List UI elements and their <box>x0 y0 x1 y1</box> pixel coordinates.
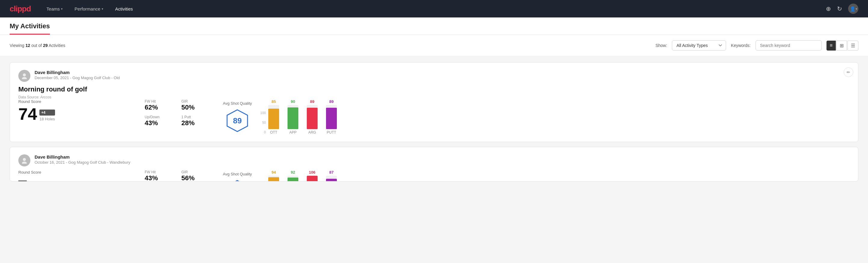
round-score-section: Round Score — <box>18 170 133 181</box>
player-date: December 05, 2021 - Gog Magog Golf Club … <box>35 76 120 80</box>
stat-label: GIR <box>181 170 211 174</box>
score-main: 74 +4 18 Holes <box>18 106 133 122</box>
bar-value: 85 <box>272 99 276 104</box>
bar-fill <box>268 177 279 181</box>
avg-shot-container: Avg Shot Quality ~ <box>223 172 252 181</box>
bar-container <box>326 176 337 181</box>
stat-fw-hit: FW Hit 43% <box>145 170 174 181</box>
hexagon: ~ <box>225 179 249 181</box>
main-content: ✏ Dave Billingham December 05, 2021 - Go… <box>0 56 868 192</box>
chart-y-labels: 100 50 0 <box>260 111 266 135</box>
bar-fill <box>287 108 298 129</box>
view-list-detailed-button[interactable]: ☰ <box>847 40 858 51</box>
avg-shot-container: Avg Shot Quality 89 <box>223 101 252 133</box>
card-header: Dave Billingham December 05, 2021 - Gog … <box>18 70 850 82</box>
edit-button[interactable]: ✏ <box>844 67 853 77</box>
navbar: clippd Teams ▾ Performance ▾ Activities … <box>0 0 868 18</box>
bar-container <box>307 105 318 129</box>
stat-value: 62% <box>145 104 174 111</box>
bar-value: 89 <box>329 99 334 104</box>
bar-group: 87PUTT <box>326 170 337 181</box>
card-header: Dave Billingham October 16, 2021 - Gog M… <box>18 154 850 167</box>
bar-group: 89ARG <box>307 99 318 135</box>
chevron-down-icon: ▾ <box>61 7 63 10</box>
shot-quality-value: 89 <box>233 116 242 125</box>
nav-activities[interactable]: Activities <box>114 6 134 11</box>
activity-card: Dave Billingham October 16, 2021 - Gog M… <box>10 147 858 181</box>
stat-fw-hit: FW Hit 62% <box>145 99 174 111</box>
round-title: Morning round of golf <box>18 85 850 93</box>
score-number: 74 <box>18 106 37 122</box>
player-name: Dave Billingham <box>35 70 120 75</box>
show-label: Show: <box>655 43 667 48</box>
stats-section: FW Hit 43% GIR 56% <box>133 170 211 181</box>
page-title: My Activities <box>10 22 50 35</box>
hexagon: 89 <box>225 109 249 133</box>
bar-value: 90 <box>291 99 295 104</box>
bar-group: 106ARG <box>307 170 318 181</box>
bar-container <box>326 105 337 129</box>
user-avatar[interactable]: 👤 ▾ <box>848 4 858 14</box>
view-grid-button[interactable]: ⊞ <box>836 40 847 51</box>
stat-value: 43% <box>145 119 174 127</box>
bar-fill <box>287 178 298 181</box>
player-info: Dave Billingham October 16, 2021 - Gog M… <box>35 154 130 165</box>
avatar <box>18 154 30 167</box>
bar-value: 94 <box>272 170 276 175</box>
bar-value: 89 <box>310 99 314 104</box>
bar-value: 92 <box>291 170 295 175</box>
stat-value: 56% <box>181 174 211 181</box>
keywords-label: Keywords: <box>731 43 750 48</box>
activity-type-select[interactable]: All Activity Types <box>672 40 726 51</box>
bar-label: APP <box>289 130 297 135</box>
add-icon[interactable]: ⊕ <box>826 5 831 12</box>
stat-grid: FW Hit 62% GIR 50% Up/Down 43% 1 Putt 28… <box>145 99 211 127</box>
stats-section: FW Hit 62% GIR 50% Up/Down 43% 1 Putt 28… <box>133 99 211 127</box>
avg-shot-quality-section: Avg Shot Quality ~ 100 <box>211 170 850 181</box>
bar-chart: 100 50 0 94OTT92APP106ARG87PUTT <box>260 170 337 181</box>
score-holes: 18 Holes <box>39 117 55 121</box>
nav-teams[interactable]: Teams ▾ <box>45 6 64 11</box>
viewing-text: Viewing 12 out of 29 Activities <box>10 43 651 48</box>
round-score-section: Round Score 74 +4 18 Holes <box>18 99 133 122</box>
round-score-label: Round Score <box>18 170 133 175</box>
player-name: Dave Billingham <box>35 154 130 159</box>
card-body: Round Score 74 +4 18 Holes FW Hit 62% <box>18 99 850 135</box>
hexagon-container: ~ <box>223 179 252 181</box>
bar-value: 106 <box>309 170 315 175</box>
nav-performance[interactable]: Performance ▾ <box>73 6 104 11</box>
activity-card: ✏ Dave Billingham December 05, 2021 - Go… <box>10 62 858 142</box>
chevron-down-icon: ▾ <box>102 7 103 10</box>
score-info: +4 18 Holes <box>39 110 55 122</box>
bar-fill <box>307 176 318 181</box>
bar-container <box>268 176 279 181</box>
bar-label: PUTT <box>327 130 336 135</box>
bar-group: 94OTT <box>268 170 279 181</box>
stat-label: Up/Down <box>145 115 174 119</box>
bar-container <box>307 176 318 181</box>
bar-fill <box>326 108 337 129</box>
logo[interactable]: clippd <box>10 4 31 13</box>
page-header: My Activities <box>0 18 868 35</box>
bar-container <box>268 105 279 129</box>
search-input[interactable] <box>755 40 822 51</box>
svg-point-3 <box>23 158 26 161</box>
bar-label: ARG <box>308 130 316 135</box>
bar-group: 85OTT <box>268 99 279 135</box>
refresh-icon[interactable]: ↻ <box>837 5 842 12</box>
avatar <box>18 70 30 82</box>
svg-point-1 <box>22 77 27 79</box>
avg-shot-quality-section: Avg Shot Quality 89 100 <box>211 99 850 135</box>
stat-label: FW Hit <box>145 170 174 174</box>
hexagon-container: 89 <box>223 109 252 133</box>
bar-group: 92APP <box>287 170 298 181</box>
view-list-compact-button[interactable]: ≡ <box>827 40 836 51</box>
bar-chart: 100 50 0 85OTT90APP89ARG89PUTT <box>260 99 337 135</box>
bar-container <box>287 176 298 181</box>
round-score-label: Round Score <box>18 99 133 104</box>
stat-1putt: 1 Putt 28% <box>181 115 211 127</box>
stat-value: 28% <box>181 119 211 127</box>
avg-shot-label: Avg Shot Quality <box>223 101 252 106</box>
svg-point-0 <box>23 74 26 77</box>
bar-fill <box>268 109 279 129</box>
